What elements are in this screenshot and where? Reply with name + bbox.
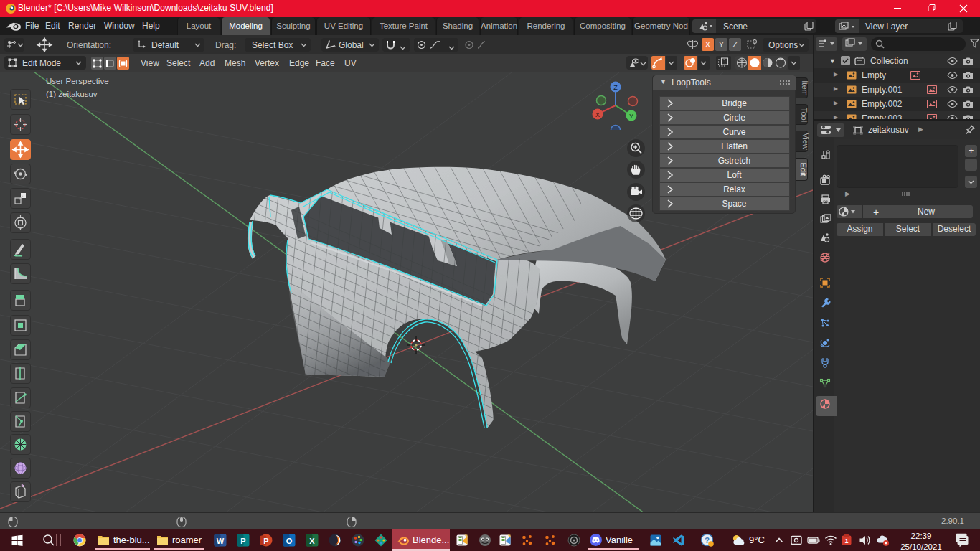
svg-text:Z: Z bbox=[613, 84, 618, 91]
svg-text:P: P bbox=[263, 537, 268, 545]
svg-text:O: O bbox=[286, 537, 293, 545]
svg-text:1: 1 bbox=[844, 537, 848, 545]
svg-text:P: P bbox=[240, 537, 245, 545]
svg-text:X: X bbox=[309, 537, 315, 545]
svg-text:Y: Y bbox=[629, 113, 633, 120]
svg-text:X: X bbox=[595, 111, 600, 118]
svg-text:W: W bbox=[217, 537, 225, 545]
